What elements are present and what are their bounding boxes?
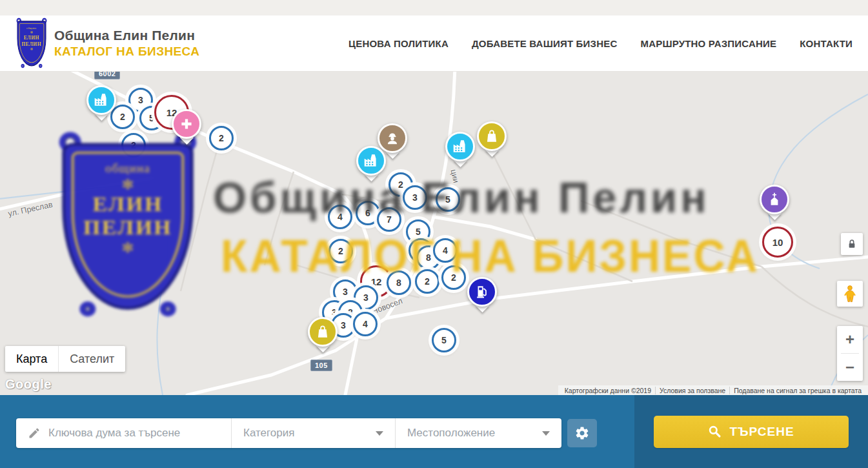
report-map-error-link[interactable]: Подаване на сигнал за грешка в картата bbox=[729, 387, 865, 394]
search-field-group: Категория Местоположение bbox=[16, 418, 561, 448]
fuel-icon bbox=[467, 277, 497, 307]
cluster-marker[interactable]: 7 bbox=[377, 207, 401, 232]
zoom-control: + − bbox=[837, 326, 863, 381]
cluster-marker[interactable]: 4 bbox=[433, 238, 458, 263]
cluster-marker[interactable]: 4 bbox=[353, 312, 378, 336]
site-subtitle: КАТАЛОГ НА БИЗНЕСА bbox=[54, 45, 199, 59]
category-select[interactable]: Категория bbox=[231, 418, 395, 448]
lock-scroll-button[interactable] bbox=[841, 233, 863, 255]
search-button[interactable]: ТЪРСЕНЕ bbox=[654, 416, 849, 448]
cross-icon bbox=[172, 109, 201, 139]
chevron-down-icon bbox=[542, 431, 550, 436]
cluster-marker[interactable]: 5 bbox=[432, 328, 456, 352]
site-logo[interactable]: община✻ЕЛИНПЕЛИН✻ Община Елин Пелин КАТА… bbox=[15, 19, 199, 67]
zoom-out-button[interactable]: − bbox=[837, 354, 863, 381]
cluster-marker[interactable]: 2 bbox=[415, 269, 439, 294]
church-icon bbox=[760, 185, 789, 214]
bag-icon bbox=[477, 121, 507, 151]
street-view-pegman-button[interactable] bbox=[837, 281, 863, 307]
map-canvas[interactable]: 6002 105 ул. Преслав бул. „Новосел ции 3… bbox=[0, 72, 868, 395]
site-title: Община Елин Пелин bbox=[54, 28, 199, 43]
cluster-marker[interactable]: 4 bbox=[328, 205, 352, 229]
cluster-marker[interactable]: 2 bbox=[441, 265, 466, 290]
factory-icon bbox=[86, 85, 116, 115]
worker-icon bbox=[378, 123, 407, 153]
cluster-marker[interactable]: 2 bbox=[209, 126, 234, 150]
road-number-badge: 6002 bbox=[94, 72, 120, 79]
factory-icon bbox=[445, 132, 475, 161]
search-submit-panel: ТЪРСЕНЕ bbox=[634, 395, 868, 468]
search-icon bbox=[708, 425, 722, 438]
municipality-crest-logo: община✻ЕЛИНПЕЛИН✻ bbox=[15, 19, 48, 67]
top-strip bbox=[0, 0, 868, 15]
search-fields-panel: Категория Местоположение bbox=[0, 395, 634, 468]
pegman-icon bbox=[842, 285, 858, 303]
cluster-marker[interactable]: 8 bbox=[387, 270, 411, 295]
cluster-marker[interactable]: 2 bbox=[328, 239, 353, 263]
nav-item-contacts[interactable]: КОНТАКТИ bbox=[800, 38, 853, 49]
road-number-badge: 105 bbox=[310, 360, 332, 371]
zoom-in-button[interactable]: + bbox=[837, 326, 863, 353]
gear-icon bbox=[574, 425, 590, 441]
factory-pin-marker[interactable] bbox=[443, 132, 478, 165]
chevron-down-icon bbox=[376, 431, 383, 436]
cluster-marker[interactable]: 3 bbox=[403, 185, 427, 210]
map-type-satellite-button[interactable]: Сателит bbox=[58, 346, 125, 372]
location-select-label: Местоположение bbox=[407, 427, 495, 440]
cluster-marker[interactable]: 10 bbox=[762, 227, 793, 258]
header: община✻ЕЛИНПЕЛИН✻ Община Елин Пелин КАТА… bbox=[0, 15, 868, 72]
bag-pin-marker[interactable] bbox=[474, 121, 509, 155]
cluster-marker[interactable]: 2 bbox=[121, 133, 146, 158]
cross-pin-marker[interactable] bbox=[169, 109, 204, 143]
keyword-search-input[interactable] bbox=[48, 427, 231, 440]
crest-shield: община✻ЕЛИНПЕЛИН✻ bbox=[15, 19, 48, 67]
fuel-pin-marker[interactable] bbox=[465, 277, 500, 310]
factory-icon bbox=[356, 146, 386, 176]
nav-item-route-schedule[interactable]: МАРШРУТНО РАЗПИСАНИЕ bbox=[640, 38, 776, 49]
keyword-field-wrap bbox=[16, 418, 231, 448]
cluster-marker[interactable]: 5 bbox=[436, 187, 460, 212]
cluster-marker[interactable]: 2 bbox=[110, 105, 135, 129]
lock-icon bbox=[847, 239, 857, 249]
church-pin-marker[interactable] bbox=[757, 185, 792, 218]
map-type-map-button[interactable]: Карта bbox=[5, 346, 58, 372]
factory-pin-marker[interactable] bbox=[354, 146, 389, 179]
map-type-control: Карта Сателит bbox=[5, 346, 125, 372]
terms-of-use-link[interactable]: Условия за ползване bbox=[655, 387, 729, 394]
nav-item-pricing-policy[interactable]: ЦЕНОВА ПОЛИТИКА bbox=[348, 38, 449, 49]
pencil-icon bbox=[28, 427, 41, 440]
bag-icon bbox=[308, 317, 338, 347]
location-select[interactable]: Местоположение bbox=[395, 418, 561, 448]
advanced-settings-button[interactable] bbox=[567, 419, 597, 447]
map-attribution: Картографски данни ©2019 Условия за полз… bbox=[558, 385, 868, 395]
google-logo[interactable]: Google bbox=[5, 377, 52, 392]
map-copyright: Картографски данни ©2019 bbox=[561, 387, 655, 394]
search-button-label: ТЪРСЕНЕ bbox=[729, 425, 794, 439]
category-select-label: Категория bbox=[243, 427, 294, 440]
main-nav: ЦЕНОВА ПОЛИТИКАДОБАВЕТЕ ВАШИЯТ БИЗНЕСМАР… bbox=[348, 38, 853, 49]
nav-item-add-business[interactable]: ДОБАВЕТЕ ВАШИЯТ БИЗНЕС bbox=[472, 38, 617, 49]
search-bar: Категория Местоположение ТЪРСЕНЕ bbox=[0, 395, 868, 468]
